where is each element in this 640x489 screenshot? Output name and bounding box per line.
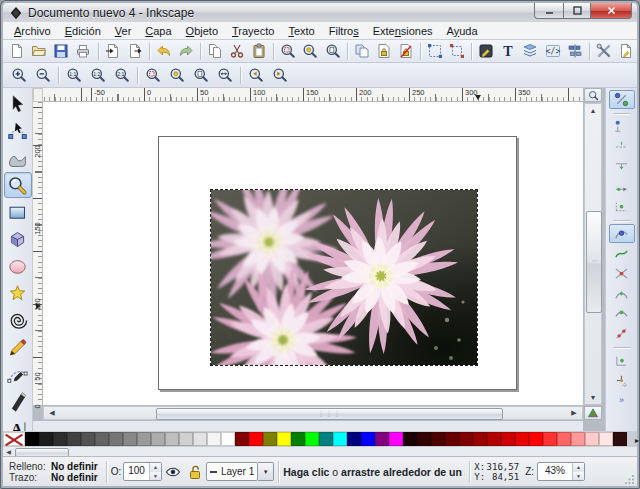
zoom-down-arrow[interactable]: ▼ <box>573 472 584 481</box>
horizontal-scrollbar[interactable]: ◀ ⋮⋮⋮ ▶ <box>43 406 583 420</box>
palette-swatch[interactable] <box>347 432 361 446</box>
vertical-scroll-thumb[interactable]: ⫶ <box>586 211 602 313</box>
palette-swatch[interactable] <box>487 432 501 446</box>
star-tool-button[interactable] <box>4 280 32 306</box>
close-button[interactable] <box>591 3 632 19</box>
snap-rotation-centers-button[interactable] <box>609 371 635 390</box>
sticky-zoom-toggle[interactable] <box>584 88 602 102</box>
ellipse-tool-button[interactable] <box>4 253 32 279</box>
palette-swatch[interactable] <box>543 432 557 446</box>
palette-swatch-none[interactable] <box>3 432 25 446</box>
snap-bounding-box-button[interactable] <box>609 117 635 136</box>
open-document-button[interactable] <box>28 40 50 62</box>
duplicate-button[interactable] <box>351 40 373 62</box>
image-object[interactable] <box>210 189 478 366</box>
snap-bbox-edges-button[interactable] <box>609 137 635 156</box>
snapbar-overflow-button[interactable]: » <box>619 395 624 405</box>
selector-tool-button[interactable] <box>4 91 32 117</box>
menu-trayecto[interactable]: Trayecto <box>225 23 281 39</box>
xml-editor-button[interactable] <box>542 40 564 62</box>
palette-swatch[interactable] <box>571 432 585 446</box>
print-document-button[interactable] <box>72 40 94 62</box>
scroll-down-arrow[interactable]: ▼ <box>585 391 601 404</box>
document-properties-button[interactable] <box>615 40 637 62</box>
stroke-value[interactable]: No definir <box>51 472 98 483</box>
palette-swatch[interactable] <box>67 432 81 446</box>
snap-path-intersections-button[interactable] <box>609 264 635 283</box>
zoom-value[interactable]: 43% <box>538 463 572 480</box>
palette-swatch[interactable] <box>305 432 319 446</box>
palette-swatch[interactable] <box>599 432 613 446</box>
zoom-page-width-button[interactable] <box>213 64 237 86</box>
copy-button[interactable] <box>204 40 226 62</box>
menu-edicion[interactable]: Edición <box>58 23 108 39</box>
palette-swatch[interactable] <box>95 432 109 446</box>
palette-swatch[interactable] <box>459 432 473 446</box>
palette-swatch[interactable] <box>109 432 123 446</box>
horizontal-ruler[interactable]: -50050100150200250300350 <box>43 88 583 102</box>
zoom-up-arrow[interactable]: ▲ <box>573 463 584 472</box>
fill-value[interactable]: No definir <box>51 461 98 472</box>
palette-swatch[interactable] <box>417 432 431 446</box>
window-resize-grip[interactable] <box>625 474 635 484</box>
menu-objeto[interactable]: Objeto <box>179 23 225 39</box>
palette-swatch[interactable] <box>389 432 403 446</box>
palette-swatch[interactable] <box>193 432 207 446</box>
palette-swatch[interactable] <box>249 432 263 446</box>
palette-swatch[interactable] <box>291 432 305 446</box>
palette-swatch[interactable] <box>529 432 543 446</box>
palette-swatch[interactable] <box>557 432 571 446</box>
new-document-button[interactable] <box>6 40 28 62</box>
pencil-tool-button[interactable] <box>4 334 32 360</box>
vertical-ruler[interactable]: 200150100500 <box>33 102 43 405</box>
calligraphy-tool-button[interactable] <box>4 388 32 414</box>
palette-swatch[interactable] <box>207 432 221 446</box>
palette-swatch[interactable] <box>221 432 235 446</box>
palette-swatch[interactable] <box>151 432 165 446</box>
minimize-button[interactable] <box>534 3 564 19</box>
fill-stroke-dialog-button[interactable] <box>475 40 497 62</box>
zoom-to-drawing-button[interactable] <box>299 40 321 62</box>
save-document-button[interactable] <box>50 40 72 62</box>
export-bitmap-button[interactable] <box>124 40 146 62</box>
layer-lock-icon[interactable] <box>187 464 203 480</box>
palette-scroll-right-arrow[interactable]: ▸ <box>635 436 639 445</box>
palette-swatch[interactable] <box>403 432 417 446</box>
palette-swatch[interactable] <box>277 432 291 446</box>
zoom-previous-button[interactable] <box>244 64 268 86</box>
align-distribute-button[interactable] <box>564 40 586 62</box>
palette-swatch[interactable] <box>361 432 375 446</box>
palette-swatch[interactable] <box>123 432 137 446</box>
snap-cusp-nodes-button[interactable] <box>609 284 635 303</box>
palette-swatch[interactable] <box>25 432 39 446</box>
undo-button[interactable] <box>153 40 175 62</box>
palette-swatch[interactable] <box>431 432 445 446</box>
menu-texto[interactable]: Texto <box>281 23 321 39</box>
scroll-up-arrow[interactable]: ▲ <box>585 104 601 117</box>
opacity-spinbox[interactable]: 100 ▲▼ <box>123 462 162 481</box>
menu-ayuda[interactable]: Ayuda <box>440 23 485 39</box>
zoom-out-button[interactable] <box>31 64 55 86</box>
layers-dialog-button[interactable] <box>519 40 541 62</box>
palette-swatch[interactable] <box>515 432 529 446</box>
scroll-right-arrow[interactable]: ▶ <box>568 407 580 419</box>
snap-bbox-edge-midpoints-button[interactable] <box>609 177 635 196</box>
palette-swatch[interactable] <box>501 432 515 446</box>
palette-swatch[interactable] <box>81 432 95 446</box>
enable-snapping-button[interactable] <box>609 90 635 109</box>
palette-swatch[interactable] <box>333 432 347 446</box>
zoom-tool-button[interactable] <box>4 172 32 198</box>
zoom-in-button[interactable] <box>7 64 31 86</box>
rectangle-tool-button[interactable] <box>4 199 32 225</box>
redo-button[interactable] <box>175 40 197 62</box>
palette-swatch[interactable] <box>613 432 627 446</box>
palette-swatch[interactable] <box>585 432 599 446</box>
box3d-tool-button[interactable] <box>4 226 32 252</box>
vertical-scrollbar[interactable]: ▲ ⫶ ▼ <box>584 103 602 405</box>
palette-swatch[interactable] <box>165 432 179 446</box>
tweak-tool-button[interactable] <box>4 145 32 171</box>
menu-extensiones[interactable]: Extensiones <box>366 23 440 39</box>
spiral-tool-button[interactable] <box>4 307 32 333</box>
title-bar[interactable]: Documento nuevo 4 - Inkscape <box>3 3 637 22</box>
node-tool-button[interactable] <box>4 118 32 144</box>
